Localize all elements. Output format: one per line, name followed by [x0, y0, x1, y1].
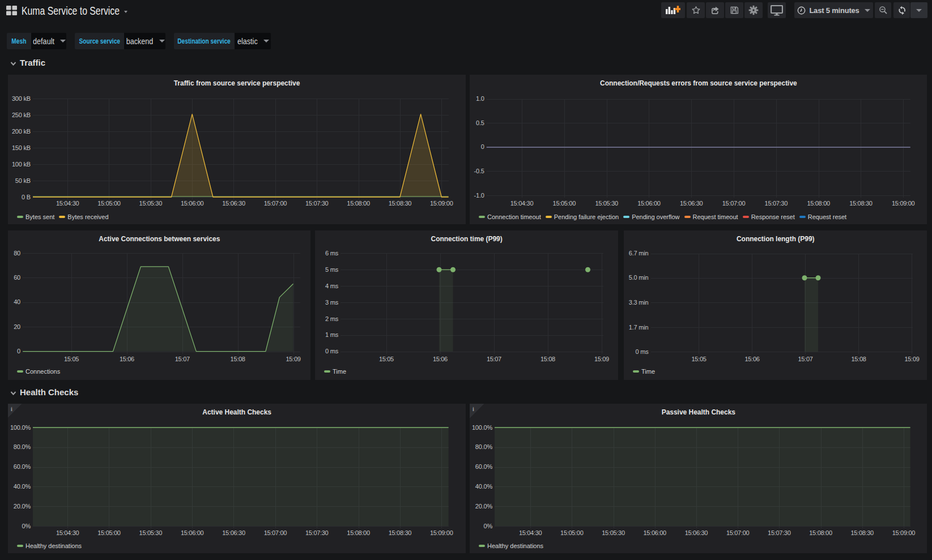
svg-text:15:06:30: 15:06:30 [680, 200, 703, 207]
svg-text:15:05: 15:05 [691, 356, 706, 362]
svg-text:15:07:30: 15:07:30 [305, 200, 329, 207]
svg-text:100.0%: 100.0% [10, 424, 31, 431]
svg-text:15:05:00: 15:05:00 [97, 529, 121, 536]
svg-text:20.0%: 20.0% [14, 503, 31, 510]
svg-text:15:08:30: 15:08:30 [389, 200, 412, 207]
svg-text:15:04:30: 15:04:30 [56, 529, 79, 536]
svg-text:40: 40 [14, 298, 20, 305]
svg-text:0: 0 [481, 143, 484, 150]
svg-text:0.5: 0.5 [476, 119, 484, 126]
svg-text:15:08: 15:08 [231, 356, 245, 362]
svg-text:15:06:00: 15:06:00 [637, 200, 661, 207]
svg-text:100.0%: 100.0% [472, 424, 493, 431]
svg-text:15:09:00: 15:09:00 [430, 200, 453, 207]
svg-text:60.0%: 60.0% [475, 463, 493, 470]
svg-text:0 B: 0 B [22, 194, 31, 200]
svg-text:60.0%: 60.0% [14, 463, 31, 470]
svg-text:6 ms: 6 ms [325, 250, 339, 257]
svg-text:15:09: 15:09 [286, 356, 300, 362]
svg-text:15:07: 15:07 [798, 356, 812, 362]
svg-text:15:08:00: 15:08:00 [807, 200, 830, 207]
svg-text:0%: 0% [484, 523, 493, 529]
svg-text:-1.0: -1.0 [474, 192, 484, 199]
svg-text:15:09:00: 15:09:00 [892, 529, 916, 536]
svg-text:15:08: 15:08 [851, 356, 866, 362]
svg-text:6.7 min: 6.7 min [629, 250, 649, 257]
svg-text:15:07: 15:07 [175, 356, 190, 362]
svg-text:80.0%: 80.0% [14, 443, 31, 450]
svg-text:15:05:00: 15:05:00 [560, 529, 584, 536]
svg-text:150 kB: 150 kB [12, 144, 31, 151]
svg-text:15:08:30: 15:08:30 [389, 529, 412, 536]
svg-text:15:05:00: 15:05:00 [97, 200, 121, 207]
svg-text:0 ms: 0 ms [635, 348, 649, 355]
svg-text:15:07:00: 15:07:00 [726, 529, 750, 536]
svg-text:15:05:00: 15:05:00 [553, 200, 576, 207]
svg-text:15:05:30: 15:05:30 [139, 529, 163, 536]
svg-text:15:04:30: 15:04:30 [519, 529, 542, 536]
svg-text:3 ms: 3 ms [325, 299, 339, 306]
svg-text:15:08: 15:08 [541, 356, 555, 362]
svg-text:15:07:00: 15:07:00 [264, 200, 287, 207]
svg-text:15:08:30: 15:08:30 [850, 529, 874, 536]
svg-text:20.0%: 20.0% [475, 503, 493, 510]
svg-text:-0.5: -0.5 [474, 168, 484, 174]
svg-text:15:07:30: 15:07:30 [765, 200, 788, 207]
svg-text:15:07:00: 15:07:00 [264, 529, 287, 536]
svg-text:3.3 min: 3.3 min [629, 299, 649, 306]
svg-text:15:06:00: 15:06:00 [181, 200, 204, 207]
svg-text:250 kB: 250 kB [12, 112, 31, 118]
svg-text:0%: 0% [22, 523, 31, 529]
svg-text:80: 80 [14, 250, 20, 257]
svg-text:15:04:30: 15:04:30 [510, 200, 534, 207]
svg-text:15:04:30: 15:04:30 [56, 200, 79, 207]
svg-text:15:05:30: 15:05:30 [139, 200, 163, 207]
svg-text:1.0: 1.0 [476, 95, 484, 102]
svg-text:15:08:00: 15:08:00 [809, 529, 832, 536]
svg-text:15:09: 15:09 [594, 356, 609, 362]
svg-text:15:07:00: 15:07:00 [722, 200, 746, 207]
svg-text:40.0%: 40.0% [14, 483, 31, 490]
svg-text:5 ms: 5 ms [325, 266, 339, 273]
svg-text:15:06:00: 15:06:00 [643, 529, 666, 536]
svg-text:15:09:00: 15:09:00 [430, 529, 453, 536]
svg-text:15:09:00: 15:09:00 [892, 200, 915, 207]
svg-text:200 kB: 200 kB [12, 128, 31, 135]
svg-text:1 ms: 1 ms [325, 331, 339, 338]
svg-text:2 ms: 2 ms [325, 315, 339, 322]
svg-text:50 kB: 50 kB [15, 177, 31, 184]
svg-text:15:06:00: 15:06:00 [181, 529, 204, 536]
svg-text:15:06:30: 15:06:30 [685, 529, 708, 536]
svg-text:15:08:00: 15:08:00 [347, 529, 370, 536]
svg-text:15:05:30: 15:05:30 [602, 529, 625, 536]
svg-text:1.7 min: 1.7 min [629, 324, 649, 331]
svg-text:0 ms: 0 ms [325, 348, 339, 354]
svg-text:15:06: 15:06 [744, 356, 759, 362]
svg-text:15:05: 15:05 [379, 356, 394, 362]
svg-text:4 ms: 4 ms [325, 283, 339, 289]
svg-text:15:08:30: 15:08:30 [849, 200, 873, 207]
svg-text:20: 20 [14, 323, 20, 330]
svg-text:5.0 min: 5.0 min [629, 274, 649, 281]
svg-text:15:06:30: 15:06:30 [222, 200, 245, 207]
svg-text:15:05: 15:05 [64, 356, 79, 362]
svg-text:15:07:30: 15:07:30 [768, 529, 791, 536]
svg-text:15:07:30: 15:07:30 [305, 529, 329, 536]
svg-text:15:09: 15:09 [904, 356, 919, 362]
svg-text:100 kB: 100 kB [12, 161, 31, 168]
svg-text:15:06: 15:06 [433, 356, 448, 362]
svg-text:0: 0 [17, 348, 20, 354]
svg-text:15:06: 15:06 [120, 356, 134, 362]
svg-text:15:06:30: 15:06:30 [222, 529, 245, 536]
svg-text:60: 60 [14, 274, 20, 281]
svg-text:15:05:30: 15:05:30 [595, 200, 618, 207]
svg-text:300 kB: 300 kB [12, 95, 31, 102]
svg-text:80.0%: 80.0% [475, 443, 493, 450]
svg-text:15:07: 15:07 [487, 356, 501, 362]
svg-text:15:08:00: 15:08:00 [347, 200, 370, 207]
svg-text:40.0%: 40.0% [475, 483, 493, 490]
